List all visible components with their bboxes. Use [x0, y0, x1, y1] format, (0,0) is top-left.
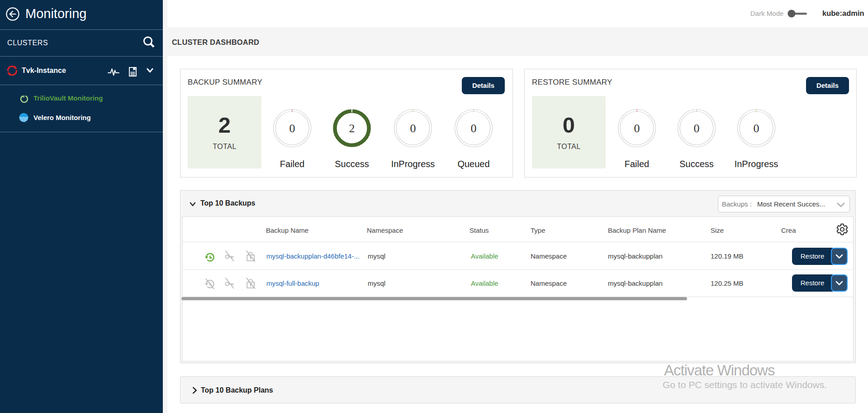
- svg-text:0: 0: [289, 122, 295, 135]
- svg-text:0: 0: [634, 122, 640, 135]
- svg-text:0: 0: [694, 122, 700, 135]
- svg-text:0: 0: [410, 122, 416, 135]
- svg-text:0: 0: [471, 122, 477, 135]
- svg-text:0: 0: [754, 122, 759, 135]
- svg-text:2: 2: [349, 122, 355, 135]
